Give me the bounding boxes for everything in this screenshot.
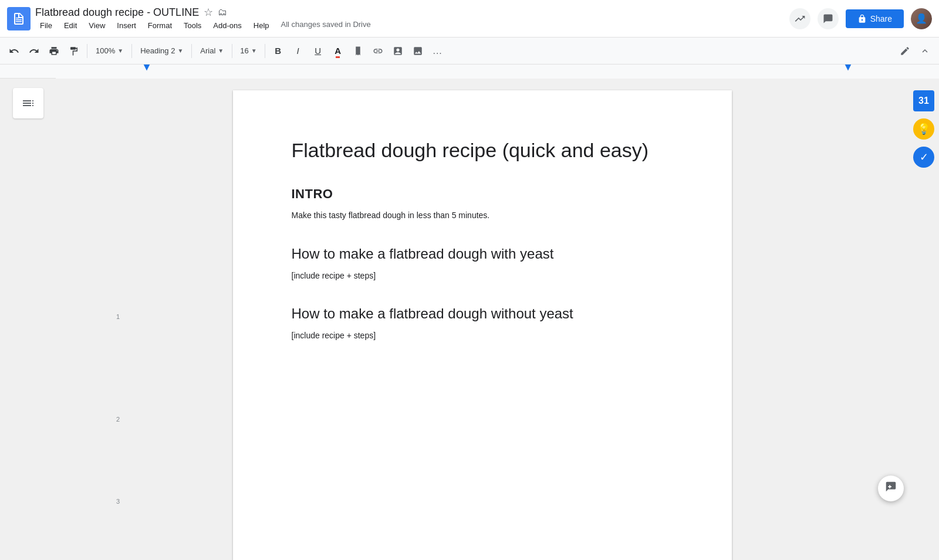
menu-addons[interactable]: Add-ons — [208, 20, 246, 31]
toolbar: 100% ▼ Heading 2 ▼ Arial ▼ 16 ▼ B I U A … — [0, 38, 939, 65]
separator-3 — [191, 44, 192, 58]
underline-button[interactable]: U — [309, 42, 327, 60]
section-heading-yeast[interactable]: How to make a flatbread dough with yeast — [292, 246, 673, 262]
bold-button[interactable]: B — [269, 42, 288, 60]
menu-bar: File Edit View Insert Format Tools Add-o… — [35, 20, 785, 31]
checkmark-icon: ✓ — [920, 151, 928, 164]
highlight-button[interactable] — [349, 42, 367, 60]
checkmark-widget[interactable]: ✓ — [913, 147, 934, 168]
section-body-intro[interactable]: Make this tasty flatbread dough in less … — [292, 209, 673, 222]
section-heading-intro[interactable]: INTRO — [292, 186, 673, 202]
ruler-left-margin[interactable] — [143, 65, 151, 71]
font-size-dropdown[interactable]: 16 ▼ — [236, 42, 261, 60]
paint-format-button[interactable] — [65, 42, 83, 60]
trending-button[interactable] — [789, 8, 810, 29]
collapse-toolbar-button[interactable] — [916, 42, 934, 60]
italic-button[interactable]: I — [289, 42, 308, 60]
calendar-widget[interactable]: 31 — [913, 90, 934, 111]
separator-2 — [131, 44, 132, 58]
ruler — [56, 65, 939, 79]
section-intro: INTRO Make this tasty flatbread dough in… — [292, 186, 673, 222]
document-heading[interactable]: Flatbread dough recipe (quick and easy) — [292, 137, 673, 163]
top-bar: Flatbread dough recipe - OUTLINE ☆ 🗂 Fil… — [0, 0, 939, 38]
svg-rect-0 — [16, 19, 22, 21]
paragraph-style-arrow: ▼ — [177, 47, 183, 54]
comments-button[interactable] — [818, 8, 839, 29]
print-button[interactable] — [45, 42, 63, 60]
font-dropdown[interactable]: Arial ▼ — [195, 42, 228, 60]
line-num-3: 3 — [116, 498, 120, 505]
section-no-yeast: How to make a flatbread dough without ye… — [292, 306, 673, 342]
ruler-right-margin[interactable] — [844, 65, 852, 71]
paragraph-style-dropdown[interactable]: Heading 2 ▼ — [136, 42, 188, 60]
saved-status: All changes saved in Drive — [281, 20, 371, 31]
edit-mode-button[interactable] — [896, 42, 914, 60]
menu-view[interactable]: View — [84, 20, 110, 31]
star-icon[interactable]: ☆ — [204, 6, 213, 19]
svg-rect-2 — [16, 18, 19, 19]
doc-info: Flatbread dough recipe - OUTLINE ☆ 🗂 Fil… — [35, 6, 785, 31]
font-arrow: ▼ — [218, 47, 224, 54]
menu-help[interactable]: Help — [249, 20, 274, 31]
section-yeast: How to make a flatbread dough with yeast… — [292, 246, 673, 282]
right-panel: 31 💡 ✓ — [908, 79, 939, 560]
separator-1 — [87, 44, 87, 58]
insert-button[interactable] — [389, 42, 407, 60]
menu-tools[interactable]: Tools — [179, 20, 206, 31]
ruler-area — [0, 65, 939, 79]
font-size-value: 16 — [240, 46, 248, 55]
zoom-arrow: ▼ — [117, 47, 123, 54]
menu-format[interactable]: Format — [143, 20, 177, 31]
main-layout: 1 2 3 Flatbread dough recipe (quick and … — [0, 79, 939, 560]
menu-edit[interactable]: Edit — [59, 20, 82, 31]
section-heading-no-yeast[interactable]: How to make a flatbread dough without ye… — [292, 306, 673, 322]
zoom-dropdown[interactable]: 100% ▼ — [91, 42, 128, 60]
paragraph-style-value: Heading 2 — [140, 46, 175, 55]
topbar-right: Share 👤 — [789, 8, 932, 29]
document-title[interactable]: Flatbread dough recipe - OUTLINE — [35, 6, 199, 19]
outline-button[interactable] — [13, 88, 43, 118]
calendar-day: 31 — [918, 96, 929, 106]
undo-button[interactable] — [5, 42, 23, 60]
link-button[interactable] — [369, 42, 387, 60]
lightbulb-icon: 💡 — [917, 123, 930, 135]
separator-5 — [265, 44, 265, 58]
add-comment-fab[interactable] — [878, 476, 904, 501]
more-options-button[interactable]: ... — [428, 42, 447, 60]
lightbulb-widget[interactable]: 💡 — [913, 118, 934, 140]
menu-insert[interactable]: Insert — [112, 20, 141, 31]
avatar[interactable]: 👤 — [911, 8, 932, 29]
separator-4 — [232, 44, 232, 58]
left-panel — [0, 79, 56, 560]
redo-button[interactable] — [25, 42, 43, 60]
line-num-2: 2 — [116, 416, 120, 423]
font-color-button[interactable]: A — [329, 42, 347, 60]
folder-icon[interactable]: 🗂 — [218, 7, 227, 18]
section-body-yeast[interactable]: [include recipe + steps] — [292, 269, 673, 282]
line-num-1: 1 — [116, 313, 120, 320]
document-area: 1 2 3 Flatbread dough recipe (quick and … — [56, 79, 908, 560]
share-label: Share — [870, 14, 892, 23]
zoom-value: 100% — [96, 46, 115, 55]
menu-file[interactable]: File — [35, 20, 57, 31]
add-comment-icon — [884, 480, 897, 497]
font-color-icon: A — [335, 46, 341, 56]
svg-rect-1 — [16, 21, 22, 22]
share-button[interactable]: Share — [846, 9, 904, 28]
font-value: Arial — [200, 46, 215, 55]
more-options-icon: ... — [433, 46, 442, 56]
document-page: Flatbread dough recipe (quick and easy) … — [233, 90, 732, 560]
section-body-no-yeast[interactable]: [include recipe + steps] — [292, 329, 673, 342]
image-button[interactable] — [408, 42, 427, 60]
app-icon[interactable] — [7, 7, 31, 30]
font-size-arrow: ▼ — [251, 47, 257, 54]
